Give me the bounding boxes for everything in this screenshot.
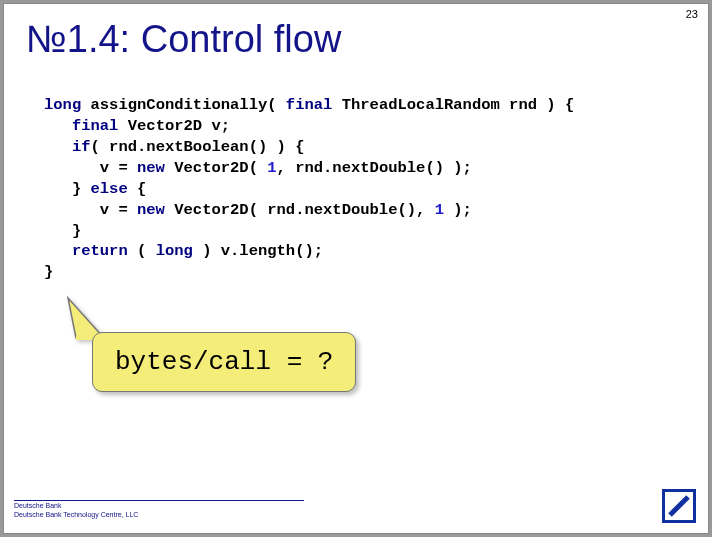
code-text: Vector2D( (165, 159, 267, 177)
code-text: ThreadLocalRandom rnd ) { (332, 96, 574, 114)
code-num: 1 (435, 201, 444, 219)
slide: 23 №1.4: Control flow long assignConditi… (3, 3, 709, 534)
code-kw: new (137, 201, 165, 219)
callout-box: bytes/call = ? (92, 332, 356, 392)
slide-title: №1.4: Control flow (4, 4, 708, 61)
footer-line1: Deutsche Bank (14, 502, 138, 510)
code-text (44, 242, 72, 260)
code-block: long assignConditionally( final ThreadLo… (4, 61, 708, 283)
code-kw: final (72, 117, 119, 135)
code-text: assignConditionally( (81, 96, 286, 114)
footer-divider (14, 500, 304, 501)
code-text (44, 138, 72, 156)
code-text: { (128, 180, 147, 198)
code-kw: return (72, 242, 128, 260)
code-text: ( rnd.nextBoolean() ) { (91, 138, 305, 156)
code-kw: long (156, 242, 193, 260)
code-kw: long (44, 96, 81, 114)
code-kw: if (72, 138, 91, 156)
footer: Deutsche Bank Deutsche Bank Technology C… (14, 502, 138, 519)
callout: bytes/call = ? (92, 332, 356, 392)
code-num: 1 (267, 159, 276, 177)
code-kw: final (286, 96, 333, 114)
callout-text: bytes/call = ? (115, 347, 333, 377)
code-text: Vector2D v; (118, 117, 230, 135)
footer-line2: Deutsche Bank Technology Centre, LLC (14, 511, 138, 519)
svg-line-3 (670, 497, 688, 515)
code-kw: new (137, 159, 165, 177)
code-text: } (44, 180, 91, 198)
code-text: ) v.length(); (193, 242, 323, 260)
code-text: v = (44, 201, 137, 219)
code-text: v = (44, 159, 137, 177)
code-text: ( (128, 242, 156, 260)
code-kw: else (91, 180, 128, 198)
code-text: } (44, 222, 81, 240)
deutsche-bank-logo-icon (662, 489, 696, 523)
code-text: , rnd.nextDouble() ); (277, 159, 472, 177)
page-number: 23 (686, 8, 698, 20)
code-text: Vector2D( rnd.nextDouble(), (165, 201, 435, 219)
code-text: ); (444, 201, 472, 219)
code-text: } (44, 263, 53, 281)
code-text (44, 117, 72, 135)
